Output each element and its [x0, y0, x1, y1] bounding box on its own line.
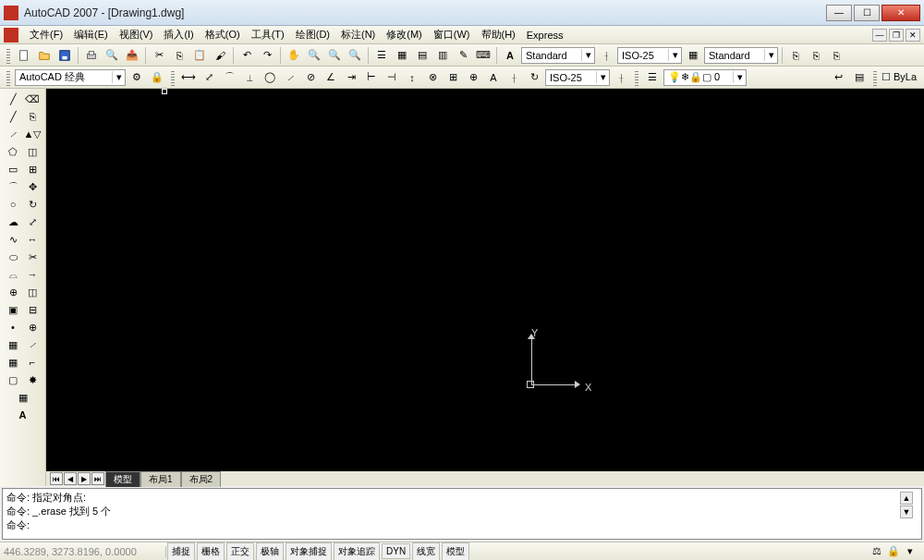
snap-toggle[interactable]: 捕捉	[167, 542, 195, 561]
copy-objects-button[interactable]: ⎘	[786, 46, 805, 65]
tab-layout2[interactable]: 布局2	[181, 471, 222, 487]
mdi-restore-button[interactable]: ❐	[889, 29, 904, 42]
hatch-button[interactable]: ▦	[4, 336, 22, 353]
pline-button[interactable]: ⟋	[4, 126, 22, 142]
dim-tedit-button[interactable]: ⟊	[505, 68, 523, 87]
toolbar-grip[interactable]	[635, 69, 638, 86]
insert-button[interactable]: ⊕	[4, 284, 22, 300]
spline-button[interactable]: ∿	[4, 231, 22, 248]
break-button[interactable]: ⊟	[23, 301, 42, 318]
menu-window[interactable]: 窗口(W)	[428, 26, 476, 43]
undo-button[interactable]: ↶	[237, 46, 256, 65]
dim-radius-button[interactable]: ◯	[261, 68, 279, 87]
menu-modify[interactable]: 修改(M)	[381, 26, 428, 43]
menu-draw[interactable]: 绘图(D)	[290, 26, 335, 43]
explode-button[interactable]: ✸	[23, 371, 42, 388]
menu-express[interactable]: Express	[521, 28, 569, 43]
join-button[interactable]: ⊕	[23, 319, 42, 335]
menu-help[interactable]: 帮助(H)	[476, 26, 521, 43]
maximize-button[interactable]: ☐	[854, 5, 880, 21]
tray-icon[interactable]: ▾	[904, 545, 917, 558]
sheetset-button[interactable]: ▥	[433, 46, 452, 65]
revcloud-button[interactable]: ☁	[4, 213, 22, 230]
tolerance-button[interactable]: ⊞	[444, 68, 462, 87]
stretch-button[interactable]: ↔	[23, 231, 42, 248]
dim-baseline-button[interactable]: ⊢	[362, 68, 381, 87]
coordinates-display[interactable]: 446.3289, 3273.8196, 0.0000	[0, 546, 166, 557]
cmd-scroll-up-button[interactable]: ▲	[900, 492, 913, 505]
menu-view[interactable]: 视图(V)	[114, 26, 159, 43]
ellipse-button[interactable]: ⬭	[4, 249, 22, 265]
tab-first-button[interactable]: ⏮	[50, 472, 63, 485]
scale-button[interactable]: ⤢	[23, 213, 42, 230]
command-window[interactable]: 命令: 指定对角点: 命令: _.erase 找到 5 个 命令: ▲ ▼	[2, 488, 922, 540]
break-point-button[interactable]: ◫	[23, 284, 42, 300]
osnap-toggle[interactable]: 对象捕捉	[286, 542, 332, 561]
chamfer-button[interactable]: ⟋	[23, 336, 42, 353]
tab-prev-button[interactable]: ◀	[64, 472, 77, 485]
open-button[interactable]	[35, 46, 54, 65]
menu-tools[interactable]: 工具(T)	[246, 26, 290, 43]
mirror-button[interactable]: ▲▽	[23, 126, 42, 142]
drawing-canvas[interactable]: Y X	[46, 89, 924, 471]
mtext-button[interactable]: A	[14, 407, 32, 423]
markup-button[interactable]: ✎	[454, 46, 472, 65]
mdi-minimize-button[interactable]: —	[872, 29, 887, 42]
workspace-lock-button[interactable]: 🔒	[148, 68, 166, 87]
layer-combo[interactable]: 💡❄🔒▢ 0▾	[663, 69, 747, 86]
offset-button[interactable]: ◫	[23, 143, 42, 160]
dim-aligned-button[interactable]: ⤢	[200, 68, 218, 87]
dim-update-button[interactable]: ↻	[525, 68, 543, 87]
tab-model[interactable]: 模型	[105, 471, 140, 487]
preview-button[interactable]: 🔍	[103, 46, 121, 65]
menu-format[interactable]: 格式(O)	[200, 26, 246, 43]
calc-button[interactable]: ⌨	[474, 46, 492, 65]
xline-button[interactable]: ╱	[4, 108, 22, 125]
otrack-toggle[interactable]: 对象追踪	[334, 542, 380, 561]
paste-button[interactable]: 📋	[190, 46, 209, 65]
grid-toggle[interactable]: 栅格	[197, 542, 225, 561]
copy-button2[interactable]: ⎘	[23, 108, 42, 125]
text-style-combo[interactable]: Standard▾	[521, 47, 595, 64]
tab-last-button[interactable]: ⏭	[91, 472, 104, 485]
matchprop-button[interactable]: 🖌	[211, 46, 229, 65]
dim-override-button[interactable]: ⟊	[612, 68, 630, 87]
toolbar-grip[interactable]	[171, 69, 175, 86]
rectangle-button[interactable]: ▭	[4, 161, 22, 177]
rotate-button[interactable]: ↻	[23, 196, 42, 213]
dim-diameter-button[interactable]: ⊘	[301, 68, 320, 87]
print-button[interactable]	[82, 46, 101, 65]
properties-button[interactable]: ☰	[372, 46, 391, 65]
array-button[interactable]: ⊞	[23, 161, 42, 177]
ortho-toggle[interactable]: 正交	[226, 542, 254, 561]
dim-style-combo[interactable]: ISO-25▾	[617, 47, 682, 64]
dim-quick-button[interactable]: ⇥	[342, 68, 360, 87]
toolpalette-button[interactable]: ▤	[413, 46, 432, 65]
zoom-realtime-button[interactable]: 🔍	[305, 46, 323, 65]
gradient-button[interactable]: ▦	[4, 354, 22, 371]
copy-button[interactable]: ⎘	[170, 46, 188, 65]
textstyle-button[interactable]: A	[501, 46, 519, 65]
pan-button[interactable]: ✋	[285, 46, 303, 65]
toolbar-grip[interactable]	[873, 69, 877, 86]
line-button[interactable]: ╱	[4, 91, 22, 107]
dim-break-button[interactable]: ⊗	[423, 68, 442, 87]
layer-state-button[interactable]: ▤	[850, 68, 869, 87]
toolbar-grip[interactable]	[6, 69, 10, 86]
erase-button[interactable]: ⌫	[23, 91, 42, 107]
dim-ordinate-button[interactable]: ⟂	[240, 68, 259, 87]
dimstyle-button[interactable]: ⟊	[597, 46, 615, 65]
model-toggle[interactable]: 模型	[442, 542, 469, 561]
dyn-toggle[interactable]: DYN	[382, 543, 410, 559]
dim-jogged-button[interactable]: ⟋	[281, 68, 299, 87]
layer-prev-button[interactable]: ↩	[830, 68, 848, 87]
table-button[interactable]: ▦	[14, 389, 32, 406]
workspace-settings-button[interactable]: ⚙	[128, 68, 146, 87]
dim-linear-button[interactable]: ⟷	[179, 68, 198, 87]
table-style-combo[interactable]: Standard▾	[704, 47, 778, 64]
zoom-window-button[interactable]: 🔍	[325, 46, 344, 65]
menu-insert[interactable]: 插入(I)	[158, 26, 199, 43]
block-copy-button[interactable]: ⎘	[827, 46, 845, 65]
toolbar-grip[interactable]	[6, 47, 10, 64]
circle-button[interactable]: ○	[4, 196, 22, 213]
